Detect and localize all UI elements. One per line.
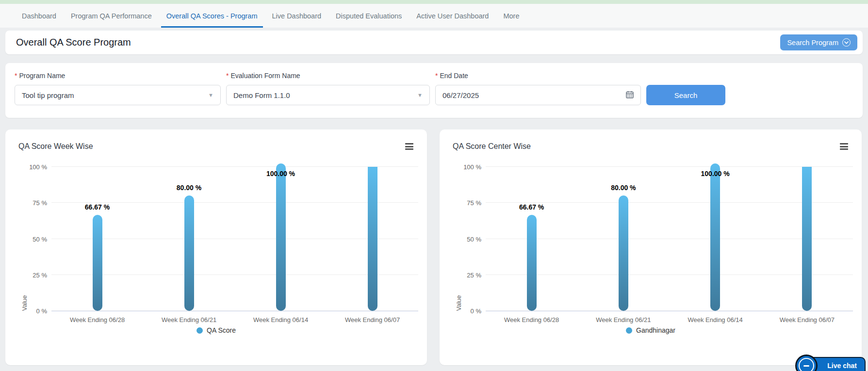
chart-title: QA Score Week Wise (18, 142, 93, 151)
tab-active-user-dashboard[interactable]: Active User Dashboard (409, 4, 496, 28)
evaluation-form-label: *Evaluation Form Name (226, 72, 430, 80)
top-accent-strip (0, 0, 868, 4)
gridline (486, 274, 853, 275)
live-chat-label: Live chat (827, 362, 857, 370)
evaluation-form-value: Demo Form 1.1.0 (233, 91, 290, 99)
x-axis-category-label: Week Ending 06/21 (162, 316, 216, 323)
chart-bar[interactable] (619, 195, 628, 311)
search-button[interactable]: Search (646, 85, 725, 105)
chart-bar[interactable] (368, 167, 377, 311)
qa-score-week-wise-card: QA Score Week Wise 100 %75 %50 %25 %0 %V… (5, 129, 427, 365)
bar-data-label: 80.00 % (611, 184, 636, 192)
calendar-icon[interactable] (626, 91, 634, 100)
page-header: Overall QA Score Program Search Program (5, 31, 863, 54)
filter-panel: *Program Name Tool tip program ▼ *Evalua… (5, 63, 863, 118)
required-asterisk: * (435, 72, 438, 80)
end-date-field: *End Date 06/27/2025 (435, 72, 641, 105)
y-axis-tick-label: 100 % (463, 163, 481, 171)
x-axis-line (51, 311, 418, 311)
top-navbar: Dashboard Program QA Performance Overall… (0, 4, 868, 28)
gridline (51, 239, 418, 239)
legend-label: Gandhinagar (636, 326, 675, 334)
x-axis-category-label: Week Ending 06/14 (688, 316, 743, 323)
y-axis-title: Value (21, 167, 28, 311)
gridline (51, 166, 418, 167)
program-name-field: *Program Name Tool tip program ▼ (15, 72, 221, 105)
end-date-input[interactable]: 06/27/2025 (435, 85, 641, 105)
live-chat-minimize-icon[interactable] (795, 355, 818, 371)
qa-score-center-wise-card: QA Score Center Wise 100 %75 %50 %25 %0 … (440, 129, 862, 365)
search-program-button-label: Search Program (787, 39, 838, 47)
required-asterisk: * (226, 72, 229, 80)
chart-bar[interactable] (276, 163, 286, 311)
tab-program-qa-performance[interactable]: Program QA Performance (64, 4, 159, 28)
evaluation-form-select[interactable]: Demo Form 1.1.0 ▼ (226, 85, 430, 105)
x-axis-category-label: Week Ending 06/28 (504, 316, 559, 323)
chart-menu-icon[interactable] (404, 142, 414, 151)
y-axis-tick-label: 25 % (467, 271, 481, 278)
bar-chart: 100 %75 %50 %25 %0 %Value66.67 %Week End… (51, 167, 418, 311)
tab-more[interactable]: More (496, 4, 526, 28)
x-axis-category-label: Week Ending 06/21 (596, 316, 651, 323)
y-axis-tick-label: 75 % (467, 199, 481, 207)
y-axis-tick-label: 100 % (29, 163, 47, 171)
tab-dashboard[interactable]: Dashboard (15, 4, 64, 28)
page-title: Overall QA Score Program (16, 37, 131, 48)
x-axis-category-label: Week Ending 06/07 (780, 316, 835, 323)
bar-data-label: 66.67 % (519, 203, 544, 211)
legend-label: QA Score (207, 326, 236, 334)
x-axis-line (486, 311, 853, 311)
tab-overall-qa-scores-program[interactable]: Overall QA Scores - Program (159, 4, 265, 28)
chart-bar[interactable] (93, 215, 102, 311)
chart-legend[interactable]: QA Score (5, 326, 427, 334)
bar-data-label: 100.00 % (701, 170, 730, 177)
x-axis-category-label: Week Ending 06/28 (70, 316, 125, 323)
chart-bar[interactable] (184, 195, 194, 311)
y-axis-tick-label: 50 % (33, 235, 47, 242)
x-axis-category-label: Week Ending 06/14 (253, 316, 308, 323)
gridline (51, 274, 418, 275)
bar-data-label: 66.67 % (85, 203, 110, 211)
end-date-value: 06/27/2025 (442, 91, 479, 99)
bar-chart: 100 %75 %50 %25 %0 %Value66.67 %Week End… (486, 167, 853, 311)
y-axis-tick-label: 0 % (36, 307, 47, 315)
chart-menu-icon[interactable] (839, 142, 849, 151)
chart-title: QA Score Center Wise (453, 142, 531, 151)
chevron-down-icon: ▼ (208, 92, 213, 98)
page: Dashboard Program QA Performance Overall… (0, 0, 868, 371)
chart-bar[interactable] (527, 215, 537, 311)
y-axis-tick-label: 0 % (471, 307, 481, 315)
y-axis-tick-label: 50 % (467, 235, 481, 242)
y-axis-tick-label: 75 % (33, 199, 47, 207)
chart-bar[interactable] (710, 163, 720, 311)
search-program-button[interactable]: Search Program (780, 34, 857, 50)
tab-live-dashboard[interactable]: Live Dashboard (265, 4, 329, 28)
y-axis-title: Value (455, 167, 462, 311)
gridline (486, 239, 853, 239)
bar-data-label: 100.00 % (266, 170, 295, 177)
program-name-value: Tool tip program (22, 91, 74, 99)
chevron-down-circle-icon (842, 38, 851, 47)
y-axis-tick-label: 25 % (33, 271, 47, 278)
legend-marker-icon (626, 327, 632, 334)
legend-marker-icon (197, 327, 203, 334)
x-axis-category-label: Week Ending 06/07 (345, 316, 400, 323)
program-name-label: *Program Name (15, 72, 221, 80)
bar-data-label: 80.00 % (177, 184, 201, 192)
live-chat-widget[interactable]: Live chat (809, 357, 866, 371)
evaluation-form-field: *Evaluation Form Name Demo Form 1.1.0 ▼ (226, 72, 430, 105)
gridline (486, 166, 853, 167)
end-date-label: *End Date (435, 72, 641, 80)
chart-legend[interactable]: Gandhinagar (440, 326, 862, 334)
program-name-select[interactable]: Tool tip program ▼ (15, 85, 221, 105)
charts-row: QA Score Week Wise 100 %75 %50 %25 %0 %V… (5, 129, 862, 365)
chevron-down-icon: ▼ (417, 92, 423, 98)
tab-disputed-evaluations[interactable]: Disputed Evaluations (328, 4, 409, 28)
required-asterisk: * (15, 72, 17, 80)
chart-bar[interactable] (802, 167, 812, 311)
